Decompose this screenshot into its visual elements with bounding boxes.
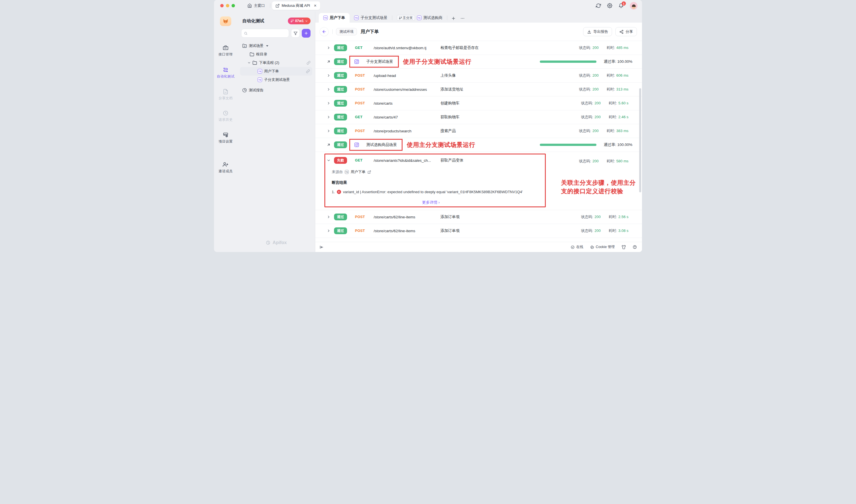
tshirt-theme-icon[interactable]: [622, 245, 626, 249]
chevron-down-icon[interactable]: [327, 158, 333, 162]
collapse-sidebar-icon[interactable]: [319, 245, 324, 250]
search-input[interactable]: [249, 31, 286, 36]
step-row[interactable]: 通过 POST /store/carts/62/line-items 添加订单项…: [315, 224, 642, 238]
chevron-right-icon[interactable]: [327, 74, 333, 77]
open-external-icon[interactable]: [367, 170, 371, 174]
step-row[interactable]: 通过 POST /store/carts/62/line-items 添加订单项…: [315, 210, 642, 224]
tree-item-test-scenarios[interactable]: TS 测试场景: [237, 41, 315, 50]
step-row[interactable]: 通过 POST /store/carts 创建购物车 状态码:200耗时:5.6…: [315, 96, 642, 110]
tree-item-user-order[interactable]: TS 用户下单: [240, 67, 312, 75]
step-row[interactable]: 通过 GET /store/auth/d.smtenv@xkbom.tj 检查电…: [315, 41, 642, 55]
sidebar-item-shared-docs[interactable]: 分享文档: [214, 89, 237, 101]
chevron-right-icon[interactable]: [327, 129, 333, 133]
status-code-value: 200: [594, 215, 601, 219]
cookie-manager-label: Cookie 管理: [596, 245, 615, 250]
more-tabs-button[interactable]: [460, 16, 469, 21]
request-path: /store/customers/me/addresses: [374, 87, 440, 92]
scrollbar-thumb[interactable]: [639, 88, 641, 192]
sidebar-item-api-management[interactable]: 接口管理: [214, 45, 237, 57]
new-scenario-button[interactable]: [302, 29, 311, 38]
help-icon[interactable]: [633, 245, 637, 249]
link-icon[interactable]: [306, 69, 310, 73]
step-row[interactable]: 通过 POST /store/customers/me/addresses 添加…: [315, 83, 642, 96]
more-details-link[interactable]: 更多详情 ›: [315, 200, 546, 205]
chevron-right-icon[interactable]: [327, 101, 333, 105]
test-scenario-icon: TS: [417, 16, 421, 20]
user-avatar[interactable]: [630, 2, 637, 10]
share-button[interactable]: 分享: [615, 27, 637, 36]
sidebar-item-request-history[interactable]: 请求历史: [214, 110, 237, 122]
apifox-brand: Apifox: [237, 240, 315, 245]
branch-selector[interactable]: 07w1: [288, 18, 311, 24]
main-window-tab[interactable]: 主窗口: [244, 1, 268, 10]
tree-item-test-reports[interactable]: 测试报告: [237, 86, 315, 94]
time-label: 耗时:: [607, 46, 615, 50]
api-management-icon: [223, 45, 228, 51]
scenario-tree: TS 测试场景 根目录 下单流程 (2) TS 用户下单: [237, 41, 315, 94]
sidebar-item-invite-members[interactable]: 邀请成员: [214, 162, 237, 174]
close-window-button[interactable]: [220, 4, 224, 7]
time-value: 2.56 s: [618, 215, 628, 219]
minimize-window-button[interactable]: [226, 4, 229, 7]
tab-user-order[interactable]: TS 用户下单: [319, 13, 350, 23]
chevron-right-icon[interactable]: [327, 229, 333, 233]
project-tab[interactable]: Medusa 商城 API ✕: [272, 1, 320, 10]
git-branch-icon: [291, 19, 294, 23]
online-label: 在线: [576, 245, 583, 250]
chevron-right-icon[interactable]: [327, 115, 333, 119]
chevron-right-icon[interactable]: [327, 87, 333, 91]
online-status[interactable]: 在线: [571, 245, 583, 250]
tab-sub-branch-scenario[interactable]: TS 子分支测试场景: [350, 13, 392, 23]
filter-button[interactable]: [291, 29, 300, 38]
refresh-icon[interactable]: [596, 3, 601, 8]
status-badge: 通过: [334, 86, 347, 93]
notifications-button[interactable]: 1: [618, 3, 624, 8]
failed-step-row-expanded[interactable]: 失败 GET /store/variants?ids&id&sales_ch..…: [315, 152, 642, 210]
new-tab-button[interactable]: [447, 16, 460, 21]
ellipsis-icon: [460, 16, 465, 21]
chevron-down-icon[interactable]: [247, 61, 251, 65]
tab-label: 测试选购商: [423, 15, 443, 20]
download-icon: [587, 30, 591, 34]
pie-chart-icon: [242, 88, 247, 92]
assertion-message: variant_id | AssertionError: expected un…: [343, 190, 523, 194]
arrow-up-right-icon[interactable]: [327, 143, 333, 147]
close-tab-icon[interactable]: ✕: [314, 4, 316, 7]
link-icon[interactable]: [307, 61, 311, 65]
status-code-label: 状态码:: [579, 73, 591, 77]
step-row[interactable]: 通过 GET /store/carts/47 获取购物车 状态码:200耗时:2…: [315, 110, 642, 124]
tab-main-branch-scenario[interactable]: 主分支 TS 测试选购商: [392, 13, 447, 23]
scenario-run-icon: [354, 142, 360, 148]
request-path: /store/variants?ids&id&sales_ch...: [374, 158, 440, 163]
chevron-right-icon[interactable]: [327, 215, 333, 219]
chevron-right-icon[interactable]: [327, 46, 333, 50]
scenario-run-icon: [354, 59, 360, 65]
status-code-label: 状态码:: [581, 115, 593, 119]
project-settings-icon: [223, 132, 228, 138]
cookie-manager-button[interactable]: Cookie 管理: [590, 245, 615, 250]
step-row[interactable]: 通过 POST /upload-head 上传头像 状态码:200耗时:606 …: [315, 69, 642, 83]
time-label: 耗时:: [609, 215, 617, 219]
arrow-up-right-icon[interactable]: [327, 60, 333, 64]
plus-icon: [304, 31, 308, 35]
time-value: 2.46 s: [618, 115, 628, 119]
export-report-button[interactable]: 导出报告: [583, 27, 612, 36]
scenario-step-row[interactable]: 通过 测试选购商品场景 使用主分支测试场景运行 通过率: 100.00%: [315, 138, 642, 152]
settings-gear-icon[interactable]: [607, 3, 612, 8]
scenario-step-row[interactable]: 通过 子分支测试场景 使用子分支测试场景运行 通过率: 100.00%: [315, 55, 642, 69]
back-button[interactable]: [320, 28, 328, 36]
step-row[interactable]: 通过 POST /store/products/search 搜索产品 状态码:…: [315, 124, 642, 138]
tree-item-root-folder[interactable]: 根目录: [237, 50, 315, 58]
tree-item-order-flow-folder[interactable]: 下单流程 (2): [237, 58, 315, 67]
environment-badge[interactable]: 测试环境: [336, 28, 357, 35]
zoom-window-button[interactable]: [231, 4, 235, 7]
sidebar-item-project-settings[interactable]: 项目设置: [214, 132, 237, 144]
sidebar-item-automated-testing[interactable]: 自动化测试: [214, 67, 237, 79]
arrow-left-icon: [322, 30, 326, 34]
time-label: 耗时:: [609, 101, 617, 105]
app-logo[interactable]: [220, 16, 231, 26]
main-window-tab-label: 主窗口: [254, 3, 265, 8]
status-badge: 失败: [334, 157, 347, 164]
tree-item-sub-branch-scenario[interactable]: TS 子分支测试场景: [237, 75, 315, 84]
shared-docs-icon: [223, 89, 228, 94]
